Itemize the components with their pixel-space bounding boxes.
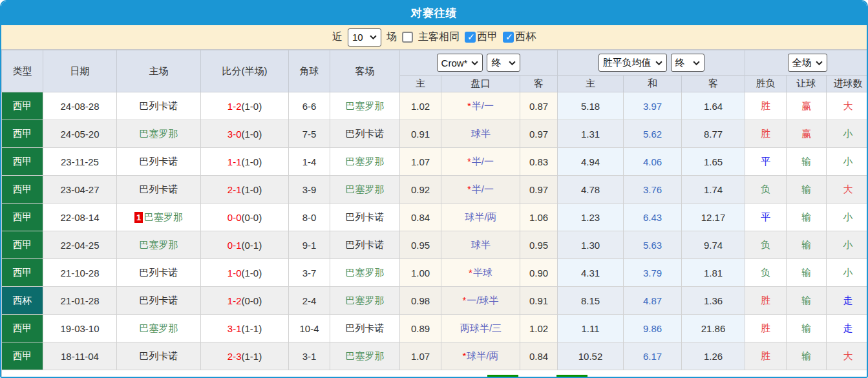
home-odds: 0.91: [400, 120, 441, 148]
avg-away-odds: 21.86: [682, 315, 745, 342]
subcol-avg-draw: 和: [624, 76, 682, 92]
avg-away-odds: 9.74: [682, 231, 745, 259]
match-date: 18-11-04: [43, 342, 117, 370]
avg-away-odds: 1.36: [682, 287, 745, 315]
away-odds: 0.83: [520, 148, 558, 176]
away-team: 巴塞罗那: [330, 287, 400, 315]
corner-score: 6-6: [289, 92, 330, 120]
result-cell: 胜: [745, 120, 787, 148]
score-cell: 3-0(1-0): [201, 120, 289, 148]
handicap-text: 半/一: [472, 156, 494, 167]
subcol-odds-away: 客: [520, 76, 558, 92]
score-cell: 1-1(1-0): [201, 148, 289, 176]
games-count-value: 10: [352, 32, 363, 43]
handicap-result-cell: 赢: [787, 92, 827, 120]
score-cell: 0-1(0-1): [201, 231, 289, 259]
corner-score: 8-0: [289, 204, 330, 231]
away-odds: 1.06: [520, 204, 558, 231]
home-odds: 1.07: [400, 148, 441, 176]
avg-draw-odds: 9.86: [624, 315, 682, 342]
score-cell: 1-2(0-0): [201, 287, 289, 315]
handicap-text: 球半/两: [465, 211, 496, 222]
avg-type-select[interactable]: 胜平负均值: [598, 54, 667, 72]
handicap-line: 球半: [441, 120, 520, 148]
odds-company-select[interactable]: Crow*: [437, 54, 483, 72]
subcol-goals: 进球数: [827, 76, 868, 92]
match-row: 西甲 24-05-20 巴塞罗那 3-0(1-0) 7-5 巴列卡诺 0.91 …: [2, 120, 868, 148]
odds-time-select[interactable]: 终: [487, 54, 520, 72]
match-row: 西甲 22-08-14 1巴塞罗那 0-0(0-0) 8-0 巴列卡诺 0.84…: [2, 204, 868, 231]
away-team: 巴塞罗那: [330, 92, 400, 120]
result-cell: 平: [745, 148, 787, 176]
home-team-name: 巴列卡诺: [140, 295, 178, 306]
home-team: 巴列卡诺: [117, 287, 201, 315]
league-checkbox[interactable]: [465, 32, 476, 43]
avg-home-odds: 4.31: [558, 259, 624, 287]
same-venue-label: 主客相同: [418, 30, 460, 44]
home-odds: 1.07: [400, 342, 441, 370]
handicap-text: 半球: [473, 267, 492, 278]
subcol-avg-home: 主: [558, 76, 624, 92]
avg-away-odds: 1.26: [682, 342, 745, 370]
handicap-line: *球半/两: [441, 342, 520, 370]
avg-home-odds: 1.11: [558, 315, 624, 342]
cup-checkbox[interactable]: [503, 32, 514, 43]
games-count-select[interactable]: 10: [348, 28, 381, 47]
competition-badge: 西甲: [2, 204, 43, 231]
half-score: (0-0): [242, 212, 262, 223]
odds-time-value: 终: [491, 57, 501, 69]
result-cell: 负: [745, 231, 787, 259]
chevron-down-icon: [509, 61, 516, 65]
result-cell: 胜: [745, 342, 787, 370]
match-row: 西甲 23-04-27 巴列卡诺 2-1(1-0) 3-9 巴塞罗那 0.92 …: [2, 176, 868, 204]
result-cell: 胜: [745, 287, 787, 315]
score-cell: 2-3(1-1): [201, 342, 289, 370]
subcol-avg-away: 客: [682, 76, 745, 92]
same-venue-checkbox[interactable]: [402, 32, 413, 43]
half-score: (0-0): [242, 295, 262, 306]
avg-draw-odds: 6.43: [624, 204, 682, 231]
result-cell: 胜: [745, 315, 787, 342]
handicap-line: *半/一: [441, 148, 520, 176]
chevron-down-icon: [370, 35, 377, 39]
half-score: (1-0): [242, 184, 262, 195]
handicap-result-cell: 输: [787, 204, 827, 231]
avg-home-odds: 5.18: [558, 92, 624, 120]
away-team-name: 巴列卡诺: [346, 239, 385, 250]
result-cell: 平: [745, 204, 787, 231]
away-team-name: 巴塞罗那: [346, 156, 385, 167]
col-header-type: 类型: [2, 50, 43, 92]
home-team: 巴塞罗那: [117, 120, 201, 148]
home-team-name: 巴塞罗那: [140, 322, 178, 333]
away-team-name: 巴塞罗那: [346, 295, 385, 306]
avg-group-header: 胜平负均值 终: [558, 50, 745, 76]
half-score: (1-1): [242, 351, 262, 362]
half-score: (1-0): [242, 101, 262, 112]
corner-score: 7-5: [289, 120, 330, 148]
home-team-name: 巴列卡诺: [140, 156, 178, 167]
goals-result-cell: 小: [827, 204, 868, 231]
summary-over-rate: 30%: [556, 375, 587, 378]
away-team: 巴列卡诺: [330, 120, 400, 148]
competition-badge: 西杯: [2, 287, 43, 315]
changed-marker: *: [467, 184, 471, 194]
away-odds: 0.87: [520, 92, 558, 120]
home-team: 巴列卡诺: [117, 259, 201, 287]
full-score: 1-2: [228, 295, 242, 306]
col-header-score: 比分(半场): [201, 50, 289, 92]
changed-marker: *: [467, 156, 471, 167]
avg-time-select[interactable]: 终: [671, 54, 704, 72]
home-odds: 0.84: [400, 204, 441, 231]
home-team-name: 巴塞罗那: [144, 211, 183, 222]
away-team-name: 巴列卡诺: [346, 322, 385, 333]
full-score: 0-0: [228, 212, 242, 223]
away-team-name: 巴塞罗那: [346, 350, 385, 361]
handicap-result-cell: 输: [787, 259, 827, 287]
home-team: 巴列卡诺: [117, 176, 201, 204]
competition-badge: 西甲: [2, 315, 43, 342]
match-history-table: 类型 日期 主场 比分(半场) 角球 客场 Crow* 终: [1, 50, 868, 378]
scope-select[interactable]: 全场: [788, 54, 827, 72]
changed-marker: *: [462, 350, 466, 361]
home-team: 巴塞罗那: [117, 231, 201, 259]
scope-group-header: 全场: [745, 50, 868, 76]
